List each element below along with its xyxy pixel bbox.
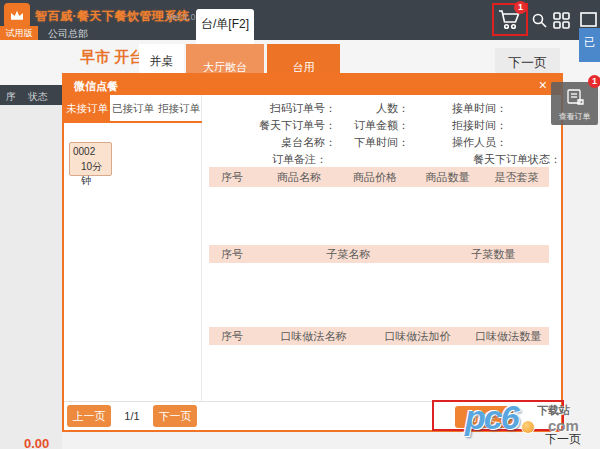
cart-badge: 1 — [514, 1, 527, 14]
pagination: 上一页 1/1 下一页 — [67, 405, 197, 427]
col-flavor-name: 口味做法名称 — [259, 329, 368, 344]
close-icon[interactable]: × — [539, 77, 547, 93]
col-subdish-name: 子菜名称 — [259, 247, 437, 262]
label-operator: 操作人员： — [409, 135, 507, 150]
view-orders-label: 查看订单 — [551, 111, 598, 122]
col-seq: 序号 — [209, 329, 259, 344]
order-card[interactable]: 0002 10分钟 — [69, 142, 112, 176]
order-detail-panel: 扫码订单号： 人数： 接单时间： 餐天下订单号： 订单金额： 拒接时间： 桌台名… — [203, 95, 561, 401]
col-is-set-meal: 是否套菜 — [484, 170, 549, 185]
tab-pending-orders[interactable]: 未接订单 — [64, 95, 110, 123]
tab-rejected-orders[interactable]: 拒接订单 — [156, 95, 202, 123]
receipt-icon — [565, 88, 585, 106]
col-flavor-qty: 口味做法数量 — [467, 329, 549, 344]
search-icon[interactable] — [531, 12, 548, 29]
col-goods-price: 商品价格 — [339, 170, 412, 185]
wechat-order-modal: 微信点餐 × 未接订单 已接订单 拒接订单 0002 10分钟 扫码订单号： — [62, 73, 563, 432]
app-logo-icon — [4, 3, 30, 28]
market-label: 早市 — [80, 48, 110, 67]
modal-header: 微信点餐 × — [64, 75, 561, 95]
order-list-panel: 未接订单 已接订单 拒接订单 0002 10分钟 — [64, 95, 202, 401]
modal-body: 未接订单 已接订单 拒接订单 0002 10分钟 扫码订单号： 人数： 接单时间… — [64, 95, 561, 430]
annotation-red-box-reject: 拒接 — [432, 400, 564, 431]
trial-badge: 试用版 — [0, 26, 38, 40]
app-window: 智百威·餐天下餐饮管理系统 Ver:1.0.0.1 试用版 公司总部 台/单[F… — [0, 0, 600, 449]
status-column-header: 状态 — [28, 90, 48, 104]
order-tabs: 未接订单 已接订单 拒接订单 — [64, 95, 202, 123]
label-reject-time: 拒接时间： — [409, 118, 507, 133]
prev-page-button[interactable]: 上一页 — [67, 405, 111, 427]
order-number: 0002 — [73, 146, 108, 157]
order-wait-time: 10分钟 — [73, 160, 108, 188]
col-goods-qty: 商品数量 — [411, 170, 484, 185]
col-seq: 序号 — [209, 247, 259, 262]
label-order-remark: 订单备注： — [203, 152, 327, 167]
sidebar-header: 序 状态 — [0, 85, 62, 105]
label-accept-time: 接单时间： — [409, 101, 507, 116]
sidebar-total-amount: 0.00 — [24, 436, 49, 449]
modal-footer: 上一页 1/1 下一页 拒接 — [64, 401, 561, 430]
merge-table-label: 并桌 — [139, 53, 184, 70]
tab-table-order[interactable]: 台/单[F2] — [196, 9, 254, 44]
menu-company[interactable]: 公司总部 — [48, 27, 88, 41]
modal-title: 微信点餐 — [74, 79, 118, 94]
footer-next-page[interactable]: 下一页 — [545, 431, 581, 448]
flavor-table-header: 序号 口味做法名称 口味做法加价 口味做法数量 — [209, 327, 549, 345]
col-subdish-qty: 子菜数量 — [437, 247, 549, 262]
status-tile-partial[interactable]: 已 — [579, 28, 600, 62]
view-orders-panel[interactable]: 查看订单 — [551, 82, 598, 125]
col-goods-name: 商品名称 — [259, 170, 339, 185]
label-ctx-order-no: 餐天下订单号： — [203, 118, 336, 133]
label-scan-order-no: 扫码订单号： — [203, 101, 336, 116]
page-indicator: 1/1 — [111, 410, 153, 422]
col-flavor-surcharge: 口味做法加价 — [368, 329, 468, 344]
next-page-button[interactable]: 下一页 — [153, 405, 197, 427]
label-people-count: 人数： — [336, 101, 409, 116]
subdish-table-header: 序号 子菜名称 子菜数量 — [209, 245, 549, 263]
view-orders-badge: 1 — [588, 75, 600, 88]
table-list-sidebar: 序 状态 0.00 — [0, 85, 62, 449]
goods-table-header: 序号 商品名称 商品价格 商品数量 是否套菜 — [209, 167, 549, 187]
label-order-amount: 订单金额： — [336, 118, 409, 133]
title-bar: 智百威·餐天下餐饮管理系统 Ver:1.0.0.1 试用版 公司总部 台/单[F… — [0, 0, 600, 40]
window-icon[interactable] — [580, 12, 597, 27]
col-seq: 序号 — [209, 170, 259, 185]
label-table-name: 桌台名称： — [203, 135, 336, 150]
label-order-status: 餐天下订单状态： — [327, 152, 561, 167]
order-form: 扫码订单号： 人数： 接单时间： 餐天下订单号： 订单金额： 拒接时间： 桌台名… — [203, 100, 561, 168]
tab-accepted-orders[interactable]: 已接订单 — [110, 95, 156, 123]
grid-icon[interactable] — [553, 12, 570, 29]
seq-column-header: 序 — [6, 90, 16, 104]
label-place-time: 下单时间： — [336, 135, 409, 150]
reject-order-button[interactable]: 拒接 — [455, 406, 513, 428]
